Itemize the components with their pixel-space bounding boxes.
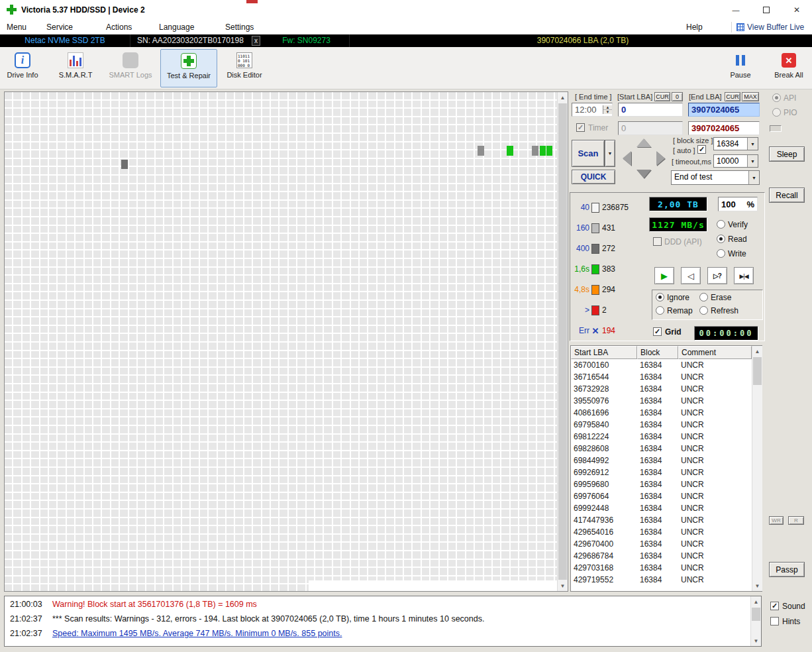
table-row[interactable]: 4086169616384UNCR	[571, 407, 752, 419]
table-row[interactable]: 42971955216384UNCR	[571, 574, 752, 586]
dropdown-icon[interactable]	[747, 155, 758, 167]
recall-button[interactable]: Recall	[769, 188, 805, 203]
scroll-up-icon[interactable]	[752, 346, 762, 356]
hints-checkbox[interactable]	[770, 617, 779, 625]
menu-item-settings[interactable]: Settings	[225, 20, 254, 34]
menu-item-help[interactable]: Help	[686, 20, 703, 34]
table-row[interactable]: 42970316816384UNCR	[571, 562, 752, 574]
table-cell: UNCR	[681, 563, 704, 572]
end-lba-cur-button[interactable]: CUR	[725, 92, 740, 101]
column-header-comment[interactable]: Comment	[678, 346, 752, 359]
quick-button[interactable]: QUICK	[572, 170, 615, 184]
smart-button[interactable]: S.M.A.R.T	[56, 49, 95, 87]
column-header-start-lba[interactable]: Start LBA	[571, 346, 637, 359]
buffer-grid-icon	[736, 23, 744, 31]
log-scrollbar[interactable]	[750, 596, 761, 646]
menu-item-service[interactable]: Service	[46, 20, 73, 34]
menu-item-language[interactable]: Language	[159, 20, 194, 34]
passp-button[interactable]: Passp	[769, 562, 805, 577]
serial-close-button[interactable]: x	[252, 36, 260, 46]
scroll-down-icon[interactable]	[752, 580, 762, 591]
table-scrollbar[interactable]	[752, 346, 762, 591]
column-header-block[interactable]: Block	[637, 346, 678, 359]
table-row[interactable]: 6999244816384UNCR	[571, 502, 752, 514]
timeout-combo[interactable]: 10000	[713, 154, 758, 168]
seek-left-icon[interactable]	[623, 151, 631, 166]
read-radio[interactable]	[717, 235, 725, 243]
scroll-thumb[interactable]	[752, 608, 760, 621]
menu-item-actions[interactable]: Actions	[106, 20, 132, 34]
play-button[interactable]	[654, 267, 674, 284]
table-row[interactable]: 6984499216384UNCR	[571, 455, 752, 466]
step-back-button[interactable]	[681, 267, 701, 284]
table-cell: 39550976	[574, 396, 609, 406]
end-time-spinner[interactable]: 12:00 ▲▼	[572, 103, 613, 117]
scroll-up-icon[interactable]	[751, 596, 761, 607]
seek-down-icon[interactable]	[636, 170, 651, 178]
scroll-thumb[interactable]	[558, 103, 567, 580]
close-button[interactable]	[782, 0, 812, 20]
spinner-arrows-icon[interactable]: ▲▼	[603, 105, 612, 114]
table-row[interactable]: 3670016016384UNCR	[571, 359, 752, 371]
window-title: Victoria 5.37 HDD/SSD | Device 2	[21, 0, 145, 20]
view-buffer-live-button[interactable]: View Buffer Live	[747, 20, 804, 34]
table-row[interactable]: 6995968016384UNCR	[571, 478, 752, 490]
scan-dropdown-button[interactable]: ▼	[605, 140, 615, 167]
start-lba-cur-button[interactable]: CUR	[654, 92, 670, 101]
refresh-radio[interactable]	[699, 306, 708, 315]
table-row[interactable]: 42968678416384UNCR	[571, 550, 752, 562]
start-lba-zero-button[interactable]: 0	[672, 92, 683, 101]
table-row[interactable]: 42967040016384UNCR	[571, 538, 752, 550]
drive-model[interactable]: Netac NVMe SSD 2TB	[0, 34, 130, 47]
table-row[interactable]: 6997606416384UNCR	[571, 490, 752, 502]
end-lba-max-button[interactable]: MAX	[742, 92, 759, 101]
remap-radio[interactable]	[656, 306, 664, 315]
table-row[interactable]: 3671654416384UNCR	[571, 371, 752, 383]
break-all-button[interactable]: ✕ Break All	[768, 49, 809, 87]
scan-button[interactable]: Scan	[572, 140, 605, 167]
seek-right-icon[interactable]	[656, 151, 665, 166]
maximize-button[interactable]	[751, 0, 782, 20]
block-size-combo[interactable]: 16384	[713, 137, 758, 150]
table-row[interactable]: 42965401616384UNCR	[571, 526, 752, 538]
scroll-thumb[interactable]	[753, 357, 762, 385]
table-row[interactable]: 3955097616384UNCR	[571, 395, 752, 407]
scroll-down-icon[interactable]	[751, 635, 761, 646]
dropdown-icon[interactable]	[748, 171, 759, 184]
table-row[interactable]: 41744793616384UNCR	[571, 514, 752, 526]
drive-info-button[interactable]: i Drive Info	[3, 49, 42, 87]
sleep-button[interactable]: Sleep	[769, 146, 805, 162]
minimize-button[interactable]	[721, 0, 751, 20]
map-scrollbar[interactable]	[557, 92, 568, 591]
test-repair-button[interactable]: Test & Repair	[160, 49, 217, 87]
seek-to-button[interactable]	[707, 267, 727, 284]
scroll-up-icon[interactable]	[558, 92, 568, 103]
sound-checkbox[interactable]	[770, 602, 779, 610]
ignore-radio[interactable]	[656, 293, 664, 301]
seek-diamond-control[interactable]	[623, 138, 665, 178]
erase-radio[interactable]	[699, 293, 708, 301]
write-radio[interactable]	[717, 249, 725, 258]
scroll-down-icon[interactable]	[558, 580, 568, 591]
dropdown-icon[interactable]	[747, 138, 758, 150]
seek-up-icon[interactable]	[636, 138, 651, 147]
jump-ends-button[interactable]	[734, 267, 754, 284]
jump-ends-icon	[739, 271, 748, 280]
timer-checkbox[interactable]	[576, 123, 585, 132]
grid-checkbox[interactable]	[653, 327, 662, 336]
table-row[interactable]: 6992691216384UNCR	[571, 466, 752, 478]
end-lba-input[interactable]: 3907024065	[688, 103, 760, 117]
table-row[interactable]: 6979584016384UNCR	[571, 419, 752, 431]
table-row[interactable]: 3673292816384UNCR	[571, 383, 752, 395]
table-row[interactable]: 6982860816384UNCR	[571, 443, 752, 455]
table-cell: UNCR	[681, 516, 704, 525]
table-row[interactable]: 6981222416384UNCR	[571, 431, 752, 443]
start-lba-input[interactable]: 0	[618, 103, 683, 117]
scan-map-grid[interactable]	[5, 92, 557, 591]
pause-button[interactable]: Pause	[725, 49, 756, 87]
auto-checkbox[interactable]	[697, 145, 706, 154]
end-of-test-combo[interactable]: End of test	[671, 170, 760, 185]
menu-item-menu[interactable]: Menu	[7, 20, 26, 34]
verify-radio[interactable]	[717, 220, 725, 229]
disk-editor-button[interactable]: 110110 101000 0001 Disk Editor	[221, 49, 268, 87]
